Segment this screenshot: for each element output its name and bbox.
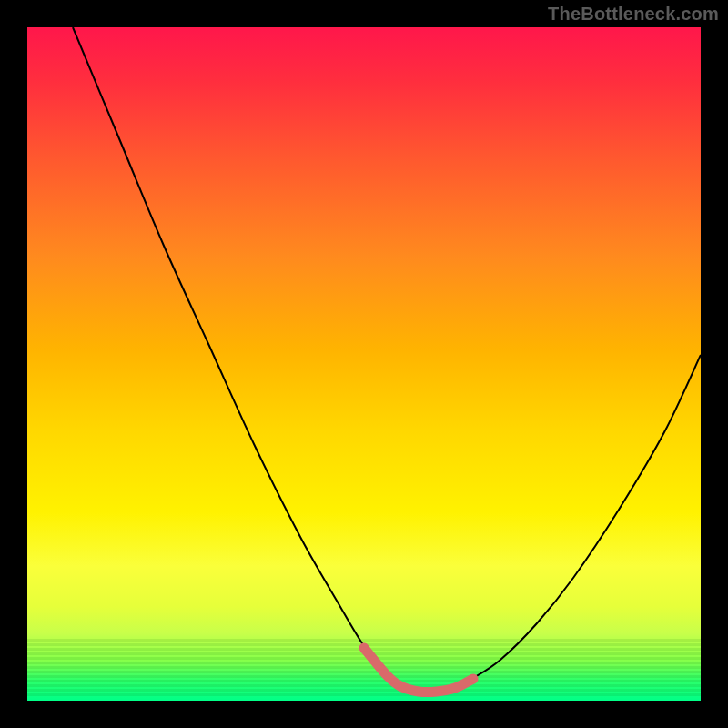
plot-area xyxy=(27,27,701,701)
curve-svg xyxy=(27,27,701,701)
v-curve-line xyxy=(73,27,701,691)
chart-stage: TheBottleneck.com xyxy=(0,0,728,728)
bottom-bump-highlight xyxy=(364,648,473,693)
watermark-text: TheBottleneck.com xyxy=(548,4,719,25)
